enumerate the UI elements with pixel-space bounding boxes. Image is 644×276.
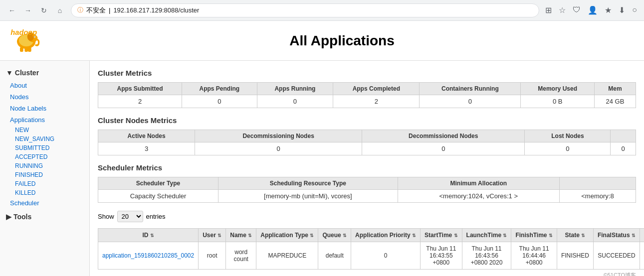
- apps-col-state[interactable]: State ⇅: [557, 229, 593, 242]
- sidebar-applications[interactable]: Applications: [0, 114, 89, 126]
- col-mem: Mem: [594, 83, 636, 95]
- watermark: ©51CTO博客: [98, 272, 636, 276]
- col-decommissioning-nodes: Decommissioning Nodes: [195, 130, 362, 142]
- browser-chrome: ← → ↻ ⌂ ⓘ 不安全 | 192.168.217.129:8088/clu…: [0, 0, 644, 21]
- sidebar-item-node-labels[interactable]: Node Labels: [0, 103, 89, 114]
- val-decommissioned: 0: [362, 142, 525, 155]
- sidebar-item-finished[interactable]: FINISHED: [5, 170, 89, 179]
- col-scheduling-resource: Scheduling Resource Type: [218, 177, 398, 190]
- tools-label: Tools: [13, 213, 31, 221]
- queue-sort-icon: ⇅: [343, 233, 347, 238]
- cluster-label: Cluster: [15, 69, 39, 77]
- cluster-metrics-title: Cluster Metrics: [98, 66, 636, 80]
- sidebar-item-killed[interactable]: KILLED: [5, 188, 89, 197]
- security-icon: ⓘ: [77, 6, 83, 14]
- cell-finalstatus: SUCCEEDED: [593, 242, 640, 270]
- sidebar-item-nodes[interactable]: Nodes: [0, 91, 89, 103]
- scheduler-table: Scheduler Type Scheduling Resource Type …: [98, 177, 636, 203]
- scheduler-metrics-title: Scheduler Metrics: [98, 160, 636, 175]
- apps-col-id[interactable]: ID ⇅: [98, 229, 199, 242]
- cluster-nodes-title: Cluster Nodes Metrics: [98, 113, 636, 128]
- cell-starttime: Thu Jun 11 16:43:55 +0800: [421, 242, 462, 270]
- download-icon[interactable]: ⬇: [617, 3, 627, 17]
- hadoop-elephant-icon: hadoop: [8, 25, 48, 55]
- svg-rect-7: [24, 47, 28, 52]
- svg-point-4: [34, 36, 35, 37]
- val-apps-running: 0: [257, 95, 333, 108]
- sidebar-item-scheduler[interactable]: Scheduler: [0, 197, 89, 209]
- sidebar-app-sublinks: NEW NEW_SAVING SUBMITTED ACCEPTED RUNNIN…: [0, 126, 89, 197]
- shield-icon[interactable]: 🛡: [571, 3, 583, 17]
- user-sort-icon: ⇅: [217, 233, 221, 238]
- url-separator: |: [109, 6, 110, 14]
- val-containers-running: 0: [420, 95, 521, 108]
- forward-button[interactable]: →: [21, 3, 35, 17]
- cluster-metrics-row: 2 0 0 2 0 0 B 24 GB: [98, 95, 636, 108]
- finalstatus-sort-icon: ⇅: [632, 233, 636, 238]
- cell-user: root: [199, 242, 226, 270]
- main-content: Cluster Metrics Apps Submitted Apps Pend…: [90, 61, 644, 276]
- sidebar-item-running[interactable]: RUNNING: [5, 161, 89, 170]
- apps-col-launchtime[interactable]: LaunchTime ⇅: [462, 229, 511, 242]
- favorites-icon[interactable]: ★: [603, 3, 614, 17]
- val-mem: 24 GB: [594, 95, 636, 108]
- apps-col-finalstatus[interactable]: FinalStatus ⇅: [593, 229, 640, 242]
- nav-buttons: ← → ↻ ⌂: [5, 3, 67, 17]
- address-bar[interactable]: ⓘ 不安全 | 192.168.217.129:8088/cluster: [71, 3, 539, 17]
- hadoop-logo: hadoop: [8, 25, 48, 56]
- show-entries-bar: Show 10 20 50 100 entries: [98, 208, 636, 225]
- svg-rect-8: [28, 47, 31, 52]
- apps-col-finishtime[interactable]: FinishTime ⇅: [511, 229, 557, 242]
- account-icon[interactable]: 👤: [586, 3, 600, 17]
- val-apps-submitted: 2: [98, 95, 182, 108]
- col-apps-submitted: Apps Submitted: [98, 83, 182, 95]
- apps-col-type[interactable]: Application Type ⇅: [256, 229, 318, 242]
- starttime-sort-icon: ⇅: [454, 233, 458, 238]
- browser-actions: ⊞ ☆ 🛡 👤 ★ ⬇ ○: [543, 3, 639, 17]
- apps-col-name[interactable]: Name ⇅: [226, 229, 256, 242]
- entries-select[interactable]: 10 20 50 100: [117, 211, 143, 222]
- extensions-icon[interactable]: ⊞: [543, 3, 554, 17]
- launchtime-sort-icon: ⇅: [503, 233, 507, 238]
- col-memory-used: Memory Used: [521, 83, 595, 95]
- col-scheduler-type: Scheduler Type: [98, 177, 218, 190]
- val-lost-nodes: 0: [525, 142, 611, 155]
- val-min-alloc: <memory:1024, vCores:1 >: [398, 190, 559, 203]
- col-apps-pending: Apps Pending: [182, 83, 257, 95]
- home-button[interactable]: ⌂: [53, 3, 67, 17]
- app-id-link[interactable]: application_1591860210285_0002: [102, 252, 194, 259]
- apps-col-priority[interactable]: Application Priority ⇅: [351, 229, 421, 242]
- val-apps-pending: 0: [182, 95, 257, 108]
- svg-rect-6: [20, 47, 23, 52]
- app-row-1: application_1591860210285_0002 root word…: [98, 242, 644, 270]
- sidebar-item-submitted[interactable]: SUBMITTED: [5, 143, 89, 152]
- val-memory-used: 0 B: [521, 95, 595, 108]
- sidebar-item-about[interactable]: About: [0, 80, 89, 91]
- sidebar-item-new-saving[interactable]: NEW_SAVING: [5, 135, 89, 143]
- state-sort-icon: ⇅: [581, 233, 585, 238]
- sidebar-cluster-header[interactable]: ▼ Cluster: [0, 66, 89, 80]
- cell-state: FINISHED: [557, 242, 593, 270]
- sidebar-item-accepted[interactable]: ACCEPTED: [5, 152, 89, 161]
- back-button[interactable]: ←: [5, 3, 19, 17]
- sidebar-item-new[interactable]: NEW: [5, 126, 89, 135]
- sidebar-item-failed[interactable]: FAILED: [5, 179, 89, 188]
- url-text: 192.168.217.129:8088/cluster: [113, 6, 199, 14]
- apps-col-user[interactable]: User ⇅: [199, 229, 226, 242]
- col-containers-running: Containers Running: [420, 83, 521, 95]
- cell-id: application_1591860210285_0002: [98, 242, 199, 270]
- apps-col-queue[interactable]: Queue ⇅: [318, 229, 351, 242]
- col-active-nodes: Active Nodes: [98, 130, 195, 142]
- apps-col-starttime[interactable]: StartTime ⇅: [421, 229, 462, 242]
- scheduler-row: Capacity Scheduler [memory-mb (unit=Mi),…: [98, 190, 636, 203]
- val-scheduler-type: Capacity Scheduler: [98, 190, 218, 203]
- bookmark-icon[interactable]: ☆: [557, 3, 568, 17]
- priority-sort-icon: ⇅: [412, 233, 416, 238]
- entries-label: entries: [146, 213, 166, 220]
- refresh-button[interactable]: ↻: [37, 3, 51, 17]
- cell-launchtime: Thu Jun 11 16:43:56 +0800 2020: [462, 242, 511, 270]
- sidebar-tools-header[interactable]: ▶ Tools: [0, 209, 89, 225]
- cluster-nodes-row: 3 0 0 0 0: [98, 142, 636, 155]
- profile-icon[interactable]: ○: [630, 3, 639, 17]
- cluster-nodes-table: Active Nodes Decommissioning Nodes Decom…: [98, 130, 636, 155]
